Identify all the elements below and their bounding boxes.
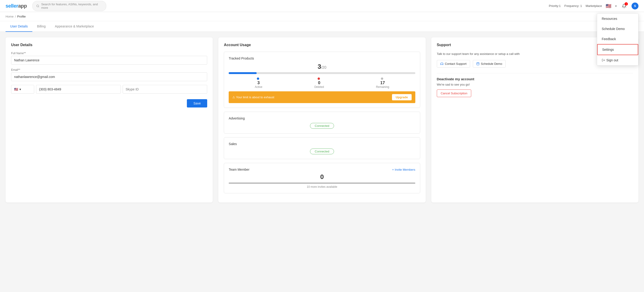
tabs: User Details Billing Appearance & Market… bbox=[0, 21, 644, 32]
full-name-input[interactable] bbox=[11, 56, 207, 65]
full-name-label: Full Name** bbox=[11, 52, 207, 55]
save-button[interactable]: Save bbox=[187, 99, 207, 108]
tracked-products-title: Tracked Products bbox=[229, 56, 415, 60]
support-divider bbox=[437, 73, 633, 73]
sign-out-icon bbox=[602, 59, 605, 62]
breadcrumb-current: Profile bbox=[17, 15, 26, 18]
avatar[interactable]: S bbox=[632, 2, 638, 9]
account-usage-card: Account Usage Tracked Products 3/20 3 Ac… bbox=[218, 37, 426, 202]
dropdown-schedule-demo[interactable]: Schedule Demo bbox=[597, 24, 638, 34]
frequency-label: Frequency: 1 bbox=[564, 4, 582, 7]
cancel-subscription-button[interactable]: Cancel Subscription bbox=[437, 90, 472, 97]
search-placeholder: Search for features, ASINs, keywords, an… bbox=[41, 2, 102, 9]
full-name-group: Full Name** bbox=[11, 52, 207, 65]
search-icon bbox=[36, 4, 39, 7]
tracked-progress-fill bbox=[229, 72, 257, 74]
logo-text: sellerapp bbox=[6, 3, 27, 9]
advertising-status: Connected bbox=[310, 123, 334, 129]
email-group: Email** bbox=[11, 68, 207, 81]
deactivate-title: Deactivate my account bbox=[437, 77, 633, 81]
headphones-icon bbox=[440, 62, 444, 65]
phone-input[interactable] bbox=[36, 85, 121, 94]
tracked-products-block: Tracked Products 3/20 3 Active 0 Deleted bbox=[224, 52, 420, 108]
breadcrumb: Home / Profile bbox=[0, 12, 644, 21]
header: sellerapp Search for features, ASINs, ke… bbox=[0, 0, 644, 12]
dropdown-menu: Resources Schedule Demo Feedback Setting… bbox=[597, 13, 638, 65]
email-label: Email** bbox=[11, 68, 207, 71]
schedule-demo-button[interactable]: Schedule Demo bbox=[473, 60, 506, 68]
dropdown-settings[interactable]: Settings bbox=[597, 44, 638, 55]
dropdown-arrow-icon[interactable]: ▾ bbox=[615, 4, 617, 8]
priority-label: Priority:1 bbox=[549, 4, 560, 7]
advertising-block: Advertising Connected bbox=[224, 112, 420, 134]
breadcrumb-separator: / bbox=[15, 15, 16, 18]
invites-track bbox=[229, 182, 415, 184]
team-member-title: Team Member bbox=[229, 168, 249, 171]
tracked-progress-track bbox=[229, 72, 415, 74]
dropdown-sign-out[interactable]: Sign out bbox=[597, 55, 638, 65]
warning-banner: ⚠ Your limit is about to exhaust Upgrade bbox=[229, 91, 415, 103]
user-details-title: User Details bbox=[11, 43, 207, 47]
advertising-title: Advertising bbox=[229, 117, 415, 120]
remaining-dot bbox=[381, 78, 383, 80]
contact-support-label: Contact Support bbox=[445, 62, 466, 65]
flag-icon: 🇺🇸 bbox=[606, 3, 612, 9]
phone-prefix-arrow: ▾ bbox=[20, 87, 21, 91]
skype-input[interactable] bbox=[123, 85, 208, 94]
notification-badge: 1 bbox=[624, 2, 628, 5]
sales-block: Sales Connected bbox=[224, 137, 420, 159]
dropdown-feedback[interactable]: Feedback bbox=[597, 34, 638, 44]
user-details-card: User Details Full Name** Email** 🇺🇸 ▾ Sa… bbox=[6, 37, 213, 202]
warning-text: ⚠ Your limit is about to exhaust bbox=[232, 96, 274, 99]
deactivate-text: We're sad to see you go! bbox=[437, 83, 633, 86]
search-bar[interactable]: Search for features, ASINs, keywords, an… bbox=[32, 1, 106, 11]
schedule-demo-label: Schedule Demo bbox=[481, 62, 502, 65]
flag-phone: 🇺🇸 bbox=[14, 87, 18, 91]
invite-members-link[interactable]: + Invite Members bbox=[392, 168, 415, 171]
header-right: Priority:1 Frequency: 1 Marketplace 🇺🇸 ▾… bbox=[549, 2, 638, 10]
upgrade-button[interactable]: Upgrade bbox=[392, 94, 412, 100]
marketplace-label: Marketplace bbox=[586, 4, 602, 7]
sales-title: Sales bbox=[229, 142, 415, 146]
active-stat: 3 Active bbox=[255, 77, 262, 89]
email-input[interactable] bbox=[11, 72, 207, 81]
account-usage-title: Account Usage bbox=[224, 43, 420, 47]
remaining-stat: 17 Remaining bbox=[376, 77, 389, 89]
sales-status: Connected bbox=[310, 148, 334, 154]
main-content: User Details Full Name** Email** 🇺🇸 ▾ Sa… bbox=[0, 32, 644, 208]
team-member-block: Team Member + Invite Members 0 10 more i… bbox=[224, 163, 420, 193]
svg-rect-3 bbox=[476, 62, 479, 65]
tracked-stats: 3 Active 0 Deleted 17 Remaining bbox=[229, 77, 415, 89]
calendar-icon bbox=[476, 62, 480, 65]
active-dot bbox=[257, 78, 259, 80]
deleted-stat: 0 Deleted bbox=[314, 77, 324, 89]
contact-support-button[interactable]: Contact Support bbox=[437, 60, 470, 68]
tab-user-details[interactable]: User Details bbox=[6, 21, 32, 32]
tab-billing[interactable]: Billing bbox=[32, 21, 50, 32]
tracked-products-count: 3/20 bbox=[229, 63, 415, 70]
breadcrumb-home[interactable]: Home bbox=[6, 15, 14, 18]
phone-prefix[interactable]: 🇺🇸 ▾ bbox=[11, 85, 34, 94]
svg-point-0 bbox=[37, 5, 39, 7]
tab-appearance-marketplace[interactable]: Appearance & Marketplace bbox=[50, 21, 99, 32]
invites-note: 10 more invites available bbox=[229, 185, 415, 188]
svg-line-1 bbox=[38, 6, 39, 7]
notifications-button[interactable]: 1 bbox=[620, 2, 628, 10]
team-count: 0 bbox=[229, 173, 415, 181]
deleted-dot bbox=[318, 78, 320, 80]
dropdown-resources[interactable]: Resources bbox=[597, 14, 638, 24]
phone-group: 🇺🇸 ▾ bbox=[11, 85, 207, 94]
logo: sellerapp bbox=[6, 3, 27, 9]
